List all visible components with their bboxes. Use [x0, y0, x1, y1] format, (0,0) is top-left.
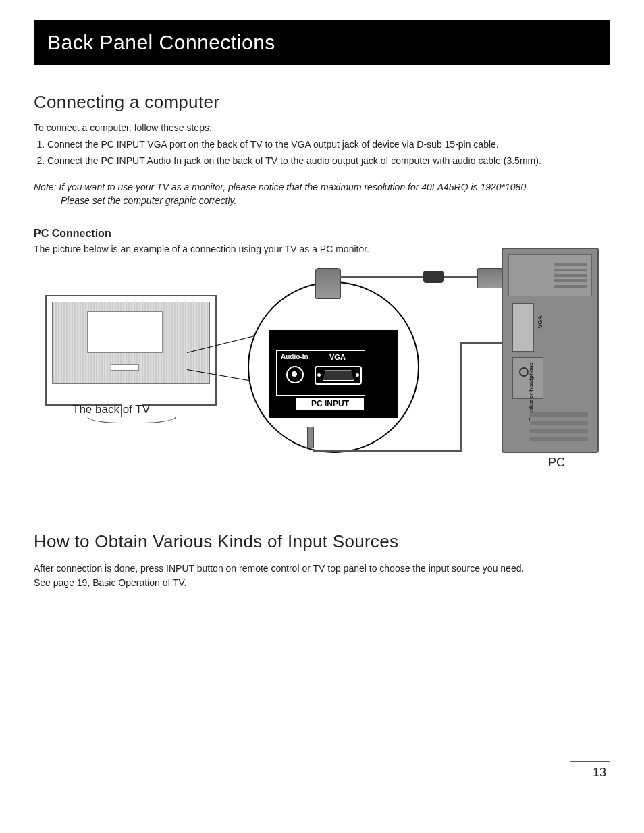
vga-label: VGA	[329, 353, 346, 361]
port-group: Audio-In VGA	[276, 350, 365, 396]
steps-list: Connect the PC INPUT VGA port on the bac…	[34, 138, 610, 167]
pc-tower-illustration: VGA Speaker or headphone	[502, 248, 599, 453]
pc-top-panel	[508, 254, 592, 296]
pc-label: PC	[548, 456, 565, 470]
tv-stand-base	[87, 416, 176, 423]
audio-cable	[313, 450, 461, 452]
vga-port-icon	[315, 366, 362, 385]
input-sources-body1: After connection is done, press INPUT bu…	[34, 562, 610, 576]
note-line1: Note: If you want to use your TV as a mo…	[34, 182, 529, 192]
pc-connection-heading: PC Connection	[34, 227, 610, 240]
input-sources-body2: See page 19, Basic Operation of TV.	[34, 576, 610, 590]
audio-cable	[460, 342, 507, 344]
page-number: 13	[34, 765, 610, 780]
magnified-panel: Audio-In VGA PC INPUT	[248, 281, 419, 453]
dsub-connector-icon	[323, 370, 354, 381]
pc-input-label: PC INPUT	[296, 398, 364, 410]
section-connecting-computer-title: Connecting a computer	[34, 92, 610, 113]
step-1: Connect the PC INPUT VGA port on the bac…	[47, 138, 610, 152]
note-line2: Please set the computer graphic correctl…	[34, 194, 610, 208]
pc-input-panel: Audio-In VGA PC INPUT	[269, 330, 398, 418]
pc-grill-icon	[554, 263, 587, 290]
page-banner: Back Panel Connections	[34, 20, 610, 65]
audio-in-label: Audio-In	[281, 353, 308, 360]
audio-in-port-icon	[286, 366, 304, 383]
intro-text: To connect a computer, follow these step…	[34, 122, 610, 133]
connection-diagram: The back of TV Audio-In VGA PC INPUT	[45, 261, 599, 491]
ferrite-core-icon	[423, 271, 444, 283]
tv-label: The back of TV	[72, 403, 150, 416]
vga-cable	[444, 276, 477, 278]
tv-slot	[111, 364, 139, 371]
pc-vga-port-icon	[512, 303, 534, 352]
audio-cable	[460, 342, 462, 452]
section-input-sources-title: How to Obtain Various Kinds of Input Sou…	[34, 531, 610, 552]
screw-icon	[317, 373, 321, 377]
pc-vga-label: VGA	[537, 315, 543, 329]
tv-mount-panel	[87, 311, 163, 353]
note-text: Note: If you want to use your TV as a mo…	[34, 181, 610, 207]
screw-icon	[356, 373, 359, 377]
pc-vents-icon	[530, 412, 588, 442]
step-2: Connect the PC INPUT Audio In jack on th…	[47, 155, 610, 168]
vga-plug-icon	[315, 268, 341, 299]
audio-plug-icon	[307, 427, 314, 448]
